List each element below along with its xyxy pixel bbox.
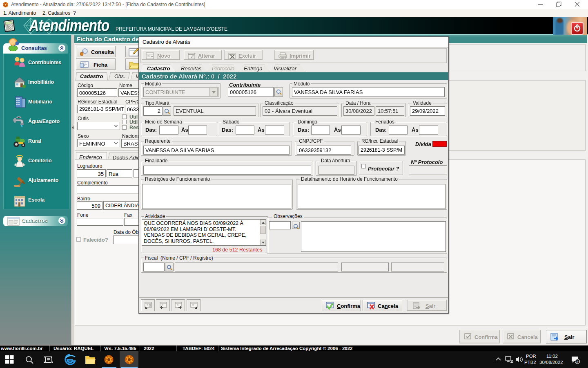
svg-text:2: 2: [576, 360, 578, 364]
